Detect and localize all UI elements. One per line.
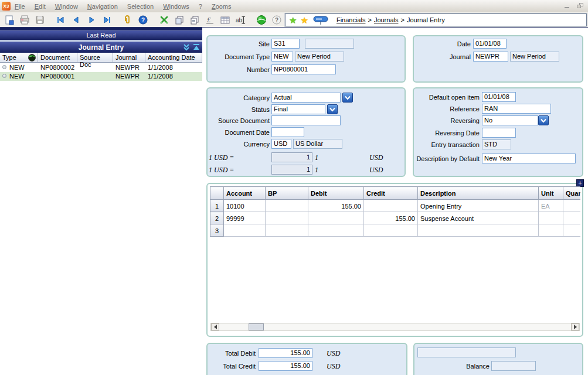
cell-debit[interactable] bbox=[308, 224, 364, 237]
cell-credit[interactable]: 155.00 bbox=[364, 212, 418, 224]
favorite-star-icon[interactable]: ★ bbox=[300, 16, 308, 25]
grid-horizontal-scrollbar[interactable] bbox=[210, 323, 580, 331]
cell-quantity[interactable] bbox=[563, 212, 581, 224]
menu-windows[interactable]: Windows bbox=[163, 3, 189, 10]
grid-header-debit[interactable]: Debit bbox=[308, 187, 364, 200]
column-header-document[interactable]: Document bbox=[38, 53, 77, 62]
description-by-default-field[interactable]: New Year bbox=[482, 154, 576, 163]
cell-account[interactable] bbox=[224, 224, 266, 237]
last-read-header[interactable]: Last Read bbox=[0, 30, 202, 40]
list-item[interactable]: NEW NP0800002 NEWPR 1/1/2008 bbox=[0, 63, 202, 72]
menu-file[interactable]: File bbox=[15, 3, 25, 10]
reversing-field[interactable]: No bbox=[482, 115, 538, 125]
grid-header-unit[interactable]: Unit bbox=[539, 187, 563, 200]
grid-header-bp[interactable]: BP bbox=[266, 187, 308, 200]
cell-description[interactable] bbox=[418, 224, 539, 237]
cell-unit[interactable] bbox=[539, 212, 563, 224]
minimize-icon[interactable] bbox=[563, 2, 572, 9]
print-icon[interactable] bbox=[19, 14, 30, 26]
previous-record-icon[interactable] bbox=[70, 14, 82, 26]
document-type-field[interactable]: NEW bbox=[271, 52, 293, 62]
reversing-dropdown-button[interactable] bbox=[538, 115, 549, 125]
type-column-label: Type bbox=[2, 54, 16, 61]
cell-credit[interactable] bbox=[364, 224, 418, 237]
signpost-icon[interactable] bbox=[312, 14, 329, 26]
tools-icon[interactable] bbox=[158, 14, 170, 26]
cell-account[interactable]: 10100 bbox=[224, 200, 266, 212]
breadcrumb-link-journals[interactable]: Journals bbox=[374, 16, 399, 23]
restore-icon[interactable] bbox=[576, 2, 584, 9]
help-icon[interactable]: ? bbox=[137, 14, 149, 26]
new-document-icon[interactable] bbox=[4, 14, 15, 26]
menu-navigation[interactable]: Navigation bbox=[87, 3, 118, 10]
table-icon[interactable] bbox=[219, 14, 231, 26]
row-number[interactable]: 1 bbox=[210, 200, 224, 212]
attachments-icon[interactable] bbox=[122, 14, 134, 26]
cell-account[interactable]: 99999 bbox=[224, 212, 266, 224]
cell-source-doc bbox=[77, 63, 113, 72]
grid-header-credit[interactable]: Credit bbox=[364, 187, 418, 200]
column-header-source-doc[interactable]: Source Doc bbox=[77, 53, 113, 62]
site-field[interactable]: S31 bbox=[271, 39, 300, 49]
row-number[interactable]: 2 bbox=[210, 212, 224, 224]
grid-header-description[interactable]: Description bbox=[418, 187, 539, 200]
cell-bp[interactable] bbox=[266, 224, 308, 237]
reversing-date-label: Reversing Date bbox=[414, 129, 480, 137]
total-credit-field: 155.00 bbox=[259, 361, 312, 371]
last-record-icon[interactable] bbox=[101, 14, 113, 26]
scrollbar-thumb[interactable] bbox=[249, 323, 264, 330]
cell-credit[interactable] bbox=[364, 200, 418, 212]
menu-help[interactable]: ? bbox=[199, 3, 202, 10]
journal-entry-section-header[interactable]: Journal Entry bbox=[0, 42, 202, 53]
cell-bp[interactable] bbox=[266, 200, 308, 212]
status-field[interactable]: Final bbox=[271, 104, 325, 114]
text-edit-icon[interactable]: ab bbox=[234, 14, 246, 26]
currency-icon[interactable]: £ bbox=[204, 14, 216, 26]
cell-unit[interactable]: EA bbox=[539, 200, 563, 212]
column-header-accounting-date[interactable]: Accounting Date bbox=[145, 53, 202, 62]
menu-selection[interactable]: Selection bbox=[127, 3, 154, 10]
next-record-icon[interactable] bbox=[86, 14, 97, 26]
number-field[interactable]: NP0800001 bbox=[271, 64, 336, 74]
cell-description[interactable]: Suspense Account bbox=[418, 212, 539, 224]
cell-bp[interactable] bbox=[266, 212, 308, 224]
column-header-type[interactable]: Type bbox=[0, 53, 38, 62]
cell-description[interactable]: Opening Entry bbox=[418, 200, 539, 212]
web-green-icon[interactable] bbox=[256, 14, 267, 26]
grid-header-quantity[interactable]: Quantity bbox=[563, 187, 581, 200]
list-item-selected[interactable]: NEW NP0800001 NEWPR 1/1/2008 bbox=[0, 72, 202, 81]
breadcrumb-link-financials[interactable]: Financials bbox=[337, 16, 366, 23]
column-header-journal[interactable]: Journal bbox=[113, 53, 145, 62]
source-document-field[interactable] bbox=[271, 115, 341, 125]
category-field[interactable]: Actual bbox=[271, 93, 341, 103]
grid-header-account[interactable]: Account bbox=[224, 187, 266, 200]
paste-icon[interactable] bbox=[189, 14, 200, 26]
favorite-outline-star-icon[interactable]: ★ bbox=[289, 16, 297, 25]
menu-zooms[interactable]: Zooms bbox=[212, 3, 232, 10]
row-number[interactable]: 3 bbox=[210, 224, 224, 237]
about-icon[interactable]: ? bbox=[271, 14, 283, 26]
default-open-item-field[interactable]: 01/01/08 bbox=[482, 92, 516, 102]
scroll-left-button[interactable] bbox=[211, 323, 219, 330]
collapse-up-icon[interactable] bbox=[193, 43, 200, 51]
status-dropdown-button[interactable] bbox=[327, 104, 338, 114]
reversing-date-field[interactable] bbox=[482, 128, 516, 138]
menu-window[interactable]: Window bbox=[55, 3, 78, 10]
cell-debit[interactable] bbox=[308, 212, 364, 224]
menu-edit[interactable]: Edit bbox=[35, 3, 46, 10]
currency-field[interactable]: USD bbox=[271, 139, 291, 149]
copy-icon[interactable] bbox=[174, 14, 185, 26]
first-record-icon[interactable] bbox=[55, 14, 67, 26]
document-date-field[interactable] bbox=[271, 127, 304, 137]
cell-debit[interactable]: 155.00 bbox=[308, 200, 364, 212]
cell-quantity[interactable] bbox=[563, 224, 581, 237]
expand-list-icon[interactable] bbox=[183, 43, 190, 51]
cell-unit[interactable] bbox=[539, 224, 563, 237]
journal-field[interactable]: NEWPR bbox=[473, 52, 508, 62]
date-field[interactable]: 01/01/08 bbox=[473, 39, 507, 49]
save-icon[interactable] bbox=[34, 14, 46, 26]
cell-quantity[interactable] bbox=[563, 200, 581, 212]
reference-field[interactable]: RAN bbox=[482, 104, 551, 114]
scroll-right-button[interactable] bbox=[571, 323, 579, 330]
category-dropdown-button[interactable] bbox=[342, 93, 353, 103]
